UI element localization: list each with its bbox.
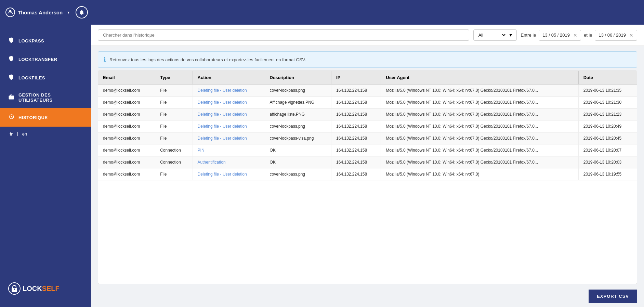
sidebar-label-locktransfer: LOCKTRANSFER — [18, 57, 57, 62]
export-row: EXPORT CSV — [91, 290, 644, 307]
type-filter[interactable]: All File Connection ▼ — [473, 29, 517, 41]
user-avatar — [5, 8, 15, 17]
user-name: Thomas Anderson — [18, 10, 63, 15]
col-user-agent: User Agent — [381, 71, 579, 85]
table-row: demo@lockself.comFileDeleting file - Use… — [98, 85, 637, 97]
table-row: demo@lockself.comFileDeleting file - Use… — [98, 132, 637, 144]
table-row: demo@lockself.comFileDeleting file - Use… — [98, 120, 637, 132]
sidebar-item-lockpass[interactable]: LOCKPASS — [0, 31, 91, 50]
sidebar-logo: LOCKSELF — [0, 277, 91, 300]
select-chevron-icon: ▼ — [509, 33, 513, 38]
export-csv-button[interactable]: EXPORT CSV — [589, 290, 637, 303]
lang-en[interactable]: en — [21, 131, 28, 137]
date-to-value: 13 / 06 / 2019 — [599, 33, 626, 38]
date-from-clear[interactable]: ✕ — [573, 33, 577, 38]
sidebar-label-historique: HISTORIQUE — [18, 115, 48, 120]
type-select-dropdown[interactable]: All File Connection — [477, 32, 507, 38]
lockself-brand: LOCKSELF — [8, 282, 60, 295]
history-icon — [8, 114, 14, 121]
col-email: Email — [98, 71, 155, 85]
table-row: demo@lockself.comConnectionAuthentificat… — [98, 156, 637, 168]
sidebar-label-lockfiles: LOCKFILES — [18, 75, 45, 80]
shield-icon — [8, 37, 14, 44]
date-and-label: et le — [584, 33, 592, 38]
lang-fr[interactable]: fr — [8, 131, 14, 137]
table-row: demo@lockself.comConnectionPINOK164.132.… — [98, 144, 637, 156]
sidebar-label-lockpass: LOCKPASS — [18, 38, 44, 43]
top-bar: Thomas Anderson ▼ — [0, 0, 644, 25]
chevron-down-icon: ▼ — [67, 11, 70, 14]
col-description: Description — [265, 71, 331, 85]
sidebar-nav: LOCKPASS LOCKTRANSFER LOCKFILES GESTION … — [0, 25, 91, 141]
date-to-input[interactable]: 13 / 06 / 2019 ✕ — [595, 30, 637, 41]
col-ip: IP — [331, 71, 381, 85]
sidebar-item-historique[interactable]: HISTORIQUE — [0, 108, 91, 127]
date-from-value: 13 / 05 / 2019 — [542, 33, 570, 38]
col-action: Action — [193, 71, 265, 85]
date-range: Entre le 13 / 05 / 2019 ✕ et le 13 / 06 … — [521, 30, 637, 41]
logo-text: LOCKSELF — [23, 285, 60, 293]
table-row: demo@lockself.comFileDeleting file - Use… — [98, 108, 637, 120]
info-banner: ℹ Retrouvez tous les logs des actions de… — [98, 51, 637, 68]
table-body: demo@lockself.comFileDeleting file - Use… — [98, 85, 637, 180]
search-row: All File Connection ▼ Entre le 13 / 05 /… — [91, 25, 644, 46]
date-from-input[interactable]: 13 / 05 / 2019 ✕ — [539, 30, 581, 41]
history-table: Email Type Action Description IP User Ag… — [98, 71, 637, 180]
date-to-clear[interactable]: ✕ — [629, 33, 633, 38]
sidebar-item-lockfiles[interactable]: LOCKFILES — [0, 68, 91, 87]
history-table-wrapper: Email Type Action Description IP User Ag… — [98, 71, 637, 284]
table-row: demo@lockself.comFileDeleting file - Use… — [98, 97, 637, 108]
sidebar-item-locktransfer[interactable]: LOCKTRANSFER — [0, 50, 91, 68]
info-banner-text: Retrouvez tous les logs des actions de v… — [109, 57, 306, 62]
shield-transfer-icon — [8, 55, 14, 63]
col-date: Date — [578, 71, 637, 85]
search-input[interactable] — [98, 29, 469, 41]
notifications-bell[interactable] — [76, 6, 88, 18]
user-menu[interactable]: Thomas Anderson ▼ — [5, 6, 96, 18]
sidebar: LOCKPASS LOCKTRANSFER LOCKFILES GESTION … — [0, 25, 91, 307]
sidebar-label-gestion: GESTION DES UTILISATEURS — [18, 92, 83, 103]
table-header-row: Email Type Action Description IP User Ag… — [98, 71, 637, 85]
col-type: Type — [155, 71, 193, 85]
sidebar-item-gestion[interactable]: GESTION DES UTILISATEURS — [0, 87, 91, 108]
lang-switcher: fr | en — [0, 127, 91, 141]
table-row: demo@lockself.comFileDeleting file - Use… — [98, 168, 637, 180]
content-area: All File Connection ▼ Entre le 13 / 05 /… — [91, 25, 644, 307]
briefcase-icon — [8, 94, 14, 101]
main-layout: LOCKPASS LOCKTRANSFER LOCKFILES GESTION … — [0, 25, 644, 307]
info-icon: ℹ — [104, 56, 106, 63]
date-between-label: Entre le — [521, 33, 536, 38]
shield-files-icon — [8, 74, 14, 81]
